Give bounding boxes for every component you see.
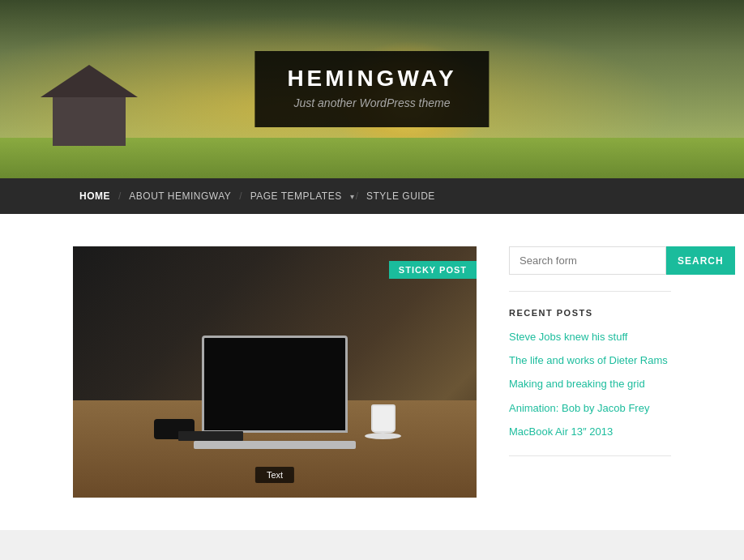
main-post: STICKY POST Text xyxy=(73,246,477,498)
site-subtitle: Just another WordPress theme xyxy=(287,96,456,109)
nav-sep-2: / xyxy=(237,190,243,202)
sidebar-divider-2 xyxy=(509,455,671,456)
list-item[interactable]: Making and breaking the grid xyxy=(509,376,671,391)
nav-sep-3: / xyxy=(354,190,360,202)
recent-post-link[interactable]: Steve Jobs knew his stuff xyxy=(509,331,627,343)
nav-item-style[interactable]: STYLE GUIDE xyxy=(360,190,442,202)
nav-link-about[interactable]: ABOUT HEMINGWAY xyxy=(122,190,237,202)
sidebar-divider-1 xyxy=(509,291,671,292)
notebook xyxy=(178,431,243,441)
nav-item-home[interactable]: HOME xyxy=(73,190,117,202)
laptop-screen xyxy=(202,336,348,433)
recent-post-link[interactable]: Animation: Bob by Jacob Frey xyxy=(509,402,649,414)
recent-posts-title: RECENT POSTS xyxy=(509,308,671,318)
nav-link-home[interactable]: HOME xyxy=(73,190,117,202)
laptop-base xyxy=(194,441,356,449)
nav-item-about[interactable]: ABOUT HEMINGWAY xyxy=(122,190,237,202)
nav-link-templates[interactable]: PAGE TEMPLATES xyxy=(244,190,348,202)
main-nav: HOME / ABOUT HEMINGWAY / PAGE TEMPLATES … xyxy=(0,178,744,214)
hero-header: HEMINGWAY Just another WordPress theme xyxy=(0,0,744,178)
recent-post-link[interactable]: MacBook Air 13″ 2013 xyxy=(509,425,613,438)
nav-item-templates[interactable]: PAGE TEMPLATES ▾ xyxy=(244,190,354,202)
site-title: HEMINGWAY xyxy=(287,66,456,92)
search-row: SEARCH xyxy=(509,246,671,275)
post-image xyxy=(73,246,477,498)
post-image-container: STICKY POST Text xyxy=(73,246,477,498)
text-badge: Text xyxy=(255,467,294,483)
list-item[interactable]: MacBook Air 13″ 2013 xyxy=(509,424,671,439)
list-item[interactable]: Steve Jobs knew his stuff xyxy=(509,329,671,344)
content-area: STICKY POST Text SEARCH RECENT POSTS Ste… xyxy=(0,214,744,530)
coffee-saucer xyxy=(365,433,401,439)
recent-posts-list: Steve Jobs knew his stuff The life and w… xyxy=(509,329,671,439)
nav-sep-1: / xyxy=(117,190,122,202)
list-item[interactable]: Animation: Bob by Jacob Frey xyxy=(509,400,671,416)
search-input[interactable] xyxy=(509,246,666,275)
hero-title-box: HEMINGWAY Just another WordPress theme xyxy=(254,51,489,127)
search-button[interactable]: SEARCH xyxy=(666,246,735,275)
nav-link-style[interactable]: STYLE GUIDE xyxy=(360,190,442,202)
list-item[interactable]: The life and works of Dieter Rams xyxy=(509,353,671,368)
recent-post-link[interactable]: The life and works of Dieter Rams xyxy=(509,354,668,366)
recent-post-link[interactable]: Making and breaking the grid xyxy=(509,378,645,390)
barn xyxy=(41,73,138,146)
sticky-post-badge: STICKY POST xyxy=(389,261,477,279)
sidebar: SEARCH RECENT POSTS Steve Jobs knew his … xyxy=(509,246,671,498)
coffee-cup xyxy=(371,404,396,433)
